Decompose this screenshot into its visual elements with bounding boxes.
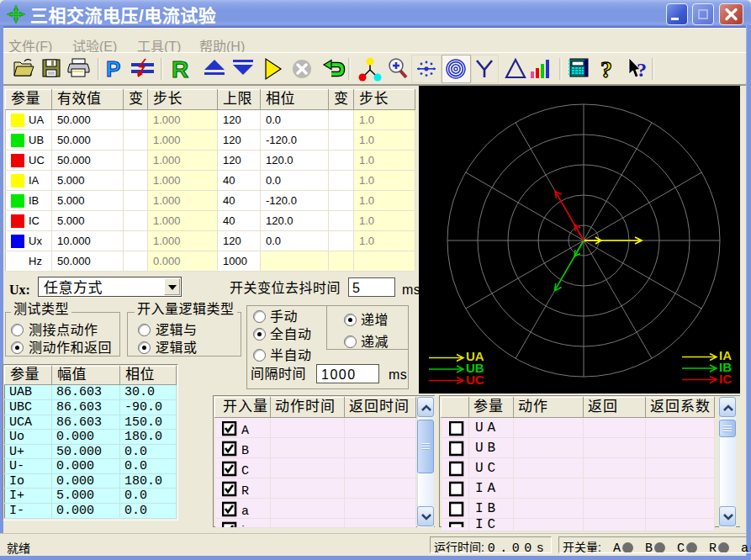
svg-text:R: R — [172, 56, 188, 82]
svg-text:?: ? — [600, 56, 612, 82]
svg-text:UC: UC — [466, 372, 484, 387]
svg-text:P: P — [106, 56, 120, 82]
svg-text:IC: IC — [719, 372, 732, 386]
